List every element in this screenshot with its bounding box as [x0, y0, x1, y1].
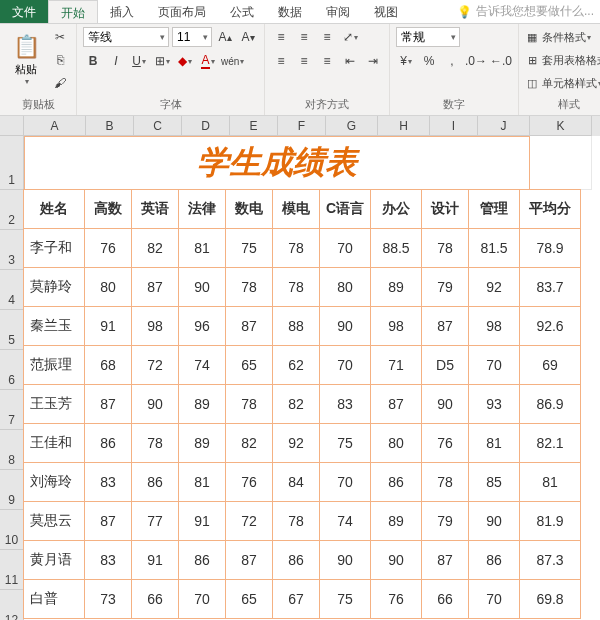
data-cell[interactable]: 89: [178, 423, 226, 463]
column-header[interactable]: A: [24, 116, 86, 136]
data-cell[interactable]: 90: [421, 384, 469, 424]
font-name-select[interactable]: 等线: [83, 27, 169, 47]
data-cell[interactable]: 84: [272, 462, 320, 502]
data-cell[interactable]: 80: [370, 423, 422, 463]
data-cell[interactable]: 80: [84, 267, 132, 307]
data-cell[interactable]: 96: [178, 306, 226, 346]
data-cell[interactable]: D5: [421, 345, 469, 385]
data-cell[interactable]: 79: [421, 267, 469, 307]
data-cell[interactable]: 75: [225, 228, 273, 268]
data-cell[interactable]: 74: [178, 345, 226, 385]
row-header[interactable]: 12: [0, 590, 24, 620]
row-header[interactable]: 2: [0, 190, 24, 230]
data-cell[interactable]: 89: [370, 267, 422, 307]
header-cell[interactable]: 模电: [272, 189, 320, 229]
header-cell[interactable]: 英语: [131, 189, 179, 229]
name-cell[interactable]: 王佳和: [23, 423, 85, 463]
data-cell[interactable]: 90: [370, 540, 422, 580]
data-cell[interactable]: 82: [272, 384, 320, 424]
name-cell[interactable]: 刘海玲: [23, 462, 85, 502]
comma-button[interactable]: ,: [442, 51, 462, 71]
data-cell[interactable]: 86: [272, 540, 320, 580]
data-cell[interactable]: 86: [84, 423, 132, 463]
data-cell[interactable]: 62: [272, 345, 320, 385]
underline-button[interactable]: U▾: [129, 51, 149, 71]
column-header[interactable]: I: [430, 116, 478, 136]
cell[interactable]: [530, 136, 592, 190]
header-cell[interactable]: 姓名: [23, 189, 85, 229]
data-cell[interactable]: 78: [272, 267, 320, 307]
border-button[interactable]: ⊞▾: [152, 51, 172, 71]
tab-view[interactable]: 视图: [362, 0, 410, 23]
data-cell[interactable]: 77: [131, 501, 179, 541]
data-cell[interactable]: 81: [468, 423, 520, 463]
data-cell[interactable]: 88: [272, 306, 320, 346]
name-cell[interactable]: 李子和: [23, 228, 85, 268]
data-cell[interactable]: 82: [131, 228, 179, 268]
data-cell[interactable]: 98: [131, 306, 179, 346]
data-cell[interactable]: 69: [519, 345, 581, 385]
data-cell[interactable]: 66: [131, 579, 179, 619]
tab-data[interactable]: 数据: [266, 0, 314, 23]
column-header[interactable]: C: [134, 116, 182, 136]
column-header[interactable]: E: [230, 116, 278, 136]
font-size-select[interactable]: 11: [172, 27, 212, 47]
data-cell[interactable]: 78: [421, 462, 469, 502]
data-cell[interactable]: 76: [421, 423, 469, 463]
data-cell[interactable]: 90: [319, 306, 371, 346]
data-cell[interactable]: 90: [178, 267, 226, 307]
data-cell[interactable]: 86: [131, 462, 179, 502]
data-cell[interactable]: 66: [421, 579, 469, 619]
data-cell[interactable]: 81: [519, 462, 581, 502]
data-cell[interactable]: 65: [225, 579, 273, 619]
data-cell[interactable]: 71: [370, 345, 422, 385]
data-cell[interactable]: 70: [319, 462, 371, 502]
align-bottom-button[interactable]: ≡: [317, 27, 337, 47]
header-cell[interactable]: 数电: [225, 189, 273, 229]
data-cell[interactable]: 80: [319, 267, 371, 307]
data-cell[interactable]: 69.8: [519, 579, 581, 619]
data-cell[interactable]: 81.9: [519, 501, 581, 541]
data-cell[interactable]: 89: [178, 384, 226, 424]
data-cell[interactable]: 90: [131, 384, 179, 424]
data-cell[interactable]: 87: [131, 267, 179, 307]
data-cell[interactable]: 86.9: [519, 384, 581, 424]
align-top-button[interactable]: ≡: [271, 27, 291, 47]
data-cell[interactable]: 72: [131, 345, 179, 385]
copy-button[interactable]: ⎘: [50, 50, 70, 70]
data-cell[interactable]: 91: [131, 540, 179, 580]
data-cell[interactable]: 70: [178, 579, 226, 619]
dec-decimal-button[interactable]: ←.0: [490, 51, 512, 71]
grow-font-button[interactable]: A▴: [215, 27, 235, 47]
data-cell[interactable]: 93: [468, 384, 520, 424]
name-cell[interactable]: 范振理: [23, 345, 85, 385]
data-cell[interactable]: 78.9: [519, 228, 581, 268]
column-header[interactable]: D: [182, 116, 230, 136]
data-cell[interactable]: 85: [468, 462, 520, 502]
column-header[interactable]: G: [326, 116, 378, 136]
tab-home[interactable]: 开始: [48, 0, 98, 23]
name-cell[interactable]: 莫思云: [23, 501, 85, 541]
column-header[interactable]: K: [530, 116, 592, 136]
row-header[interactable]: 10: [0, 510, 24, 550]
table-format-button[interactable]: ⊞套用表格格式▾: [525, 50, 600, 70]
data-cell[interactable]: 78: [131, 423, 179, 463]
data-cell[interactable]: 86: [370, 462, 422, 502]
data-cell[interactable]: 78: [272, 501, 320, 541]
data-cell[interactable]: 75: [319, 423, 371, 463]
data-cell[interactable]: 82: [225, 423, 273, 463]
data-cell[interactable]: 70: [319, 345, 371, 385]
data-cell[interactable]: 70: [468, 345, 520, 385]
name-cell[interactable]: 秦兰玉: [23, 306, 85, 346]
data-cell[interactable]: 82.1: [519, 423, 581, 463]
data-cell[interactable]: 87: [225, 306, 273, 346]
header-cell[interactable]: 法律: [178, 189, 226, 229]
data-cell[interactable]: 81: [178, 228, 226, 268]
data-cell[interactable]: 91: [178, 501, 226, 541]
row-header[interactable]: 9: [0, 470, 24, 510]
data-cell[interactable]: 74: [319, 501, 371, 541]
data-cell[interactable]: 90: [468, 501, 520, 541]
font-color-button[interactable]: A▾: [198, 51, 218, 71]
data-cell[interactable]: 70: [468, 579, 520, 619]
header-cell[interactable]: C语言: [319, 189, 371, 229]
